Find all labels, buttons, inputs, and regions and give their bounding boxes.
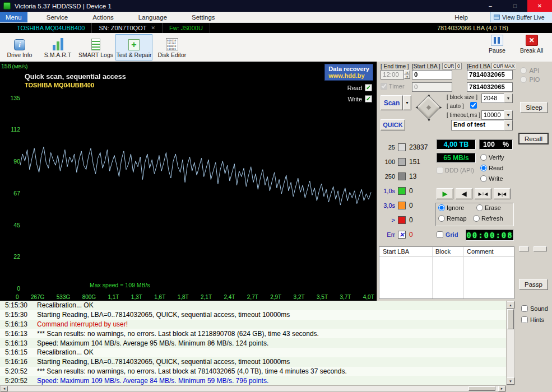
refresh-radio[interactable] xyxy=(473,215,480,222)
ddd-api-label: DDD (API) xyxy=(445,167,474,174)
log-row: 5:20:52Speed: Maximum 109 MB/s. Average … xyxy=(0,376,506,385)
pause-button[interactable]: Pause xyxy=(489,35,505,54)
hints-checkbox[interactable] xyxy=(521,316,528,323)
scroll-left-icon[interactable]: ◄ xyxy=(1,386,8,391)
toolbar-disk-editor[interactable]: 010110 101101 010010 110101 Disk Editor xyxy=(154,34,191,60)
close-button[interactable]: ✕ xyxy=(527,0,552,12)
play-button[interactable]: ▶ xyxy=(437,188,453,199)
read-checkbox[interactable]: ✓ xyxy=(365,84,372,91)
write-radio[interactable] xyxy=(480,175,487,182)
close-serial-icon[interactable]: ✕ xyxy=(151,25,155,31)
action-remap-row[interactable]: Remap xyxy=(438,215,467,222)
ddd-api-row[interactable]: DDD (API) xyxy=(437,167,474,174)
write-checkbox[interactable]: ✓ xyxy=(365,95,372,102)
remap-radio[interactable] xyxy=(438,215,445,222)
ignore-radio[interactable] xyxy=(438,204,445,211)
pio-radio[interactable] xyxy=(520,76,527,83)
sound-checkbox[interactable] xyxy=(521,305,528,312)
view-buffer-live-button[interactable]: View Buffer Live xyxy=(490,12,552,22)
grid-checkbox[interactable] xyxy=(437,231,443,238)
current-speed-display: 65 MB/s xyxy=(437,153,476,163)
maximize-button[interactable]: □ xyxy=(503,0,527,12)
log-list[interactable]: 5:15:30Recalibration... OK 5:15:30Starti… xyxy=(0,301,506,385)
spin-down-icon[interactable]: ▾ xyxy=(404,74,410,79)
dpad-right-icon[interactable]: ► xyxy=(439,105,443,109)
end-lba-input[interactable]: 7814032065 xyxy=(467,70,513,80)
read-radio[interactable] xyxy=(480,165,487,171)
menu-item-help[interactable]: Help xyxy=(451,12,471,22)
menu-item-service[interactable]: Service xyxy=(41,12,73,22)
toolbar-drive-info[interactable]: i Drive Info xyxy=(1,34,38,60)
device-model[interactable]: TOSHIBA MQ04UBB400 xyxy=(0,23,92,33)
app-icon xyxy=(3,2,11,10)
legend-row: 1,0s 0 xyxy=(377,185,413,197)
erase-radio[interactable] xyxy=(476,204,483,211)
remaining-lba-field: 7814032065 xyxy=(467,82,513,92)
action-refresh-row[interactable]: Refresh xyxy=(473,215,503,222)
vscroll-thumb[interactable] xyxy=(507,309,514,329)
break-all-button[interactable]: ✕ Break All xyxy=(520,35,543,54)
scan-dropdown-button[interactable]: ▼ xyxy=(403,95,411,110)
end-lba-max-button[interactable]: MAX xyxy=(503,63,516,69)
end-of-test-select[interactable]: End of test▼ xyxy=(451,120,513,130)
mode-read-row[interactable]: Read xyxy=(480,165,503,171)
spin-up-icon[interactable]: ▴ xyxy=(404,70,410,74)
end-time-spinner[interactable]: ▴ ▾ xyxy=(404,70,410,80)
defect-table[interactable]: Start LBA Block Comment xyxy=(379,246,514,299)
scroll-down-icon[interactable]: ▼ xyxy=(507,377,514,385)
timeout-select[interactable]: 10000▼ xyxy=(481,110,513,120)
auto-checkbox[interactable] xyxy=(470,102,477,109)
start-lba-input[interactable]: 0 xyxy=(412,70,452,80)
seek-question-button[interactable]: ▶?◀ xyxy=(475,188,491,199)
toolbar-smart[interactable]: S.M.A.R.T xyxy=(39,34,76,60)
toolbar-smart-logs[interactable]: SMART Logs xyxy=(77,34,114,60)
menu-item-actions[interactable]: Actions xyxy=(87,12,119,22)
dpad-control[interactable]: ▲ ▼ ◄ ► xyxy=(414,93,443,122)
menu-item-menu[interactable]: Menu xyxy=(0,12,27,22)
recall-button[interactable]: Recall xyxy=(518,133,549,144)
hscroll-thumb[interactable] xyxy=(468,386,495,391)
pio-row[interactable]: PIO xyxy=(520,74,540,84)
timer-checkbox[interactable] xyxy=(381,83,387,90)
window-title: Victoria 5.37 HDD/SSD | Device 1 xyxy=(15,3,112,10)
end-time-input[interactable]: 12:00 xyxy=(381,70,404,80)
start-lba-zero-button[interactable]: 0 xyxy=(456,63,462,69)
back-button[interactable]: ◀ xyxy=(456,188,472,199)
sound-row[interactable]: Sound xyxy=(521,305,548,312)
timer-input[interactable]: 0 xyxy=(412,82,452,92)
scan-button[interactable]: Scan xyxy=(381,95,403,110)
scroll-up-icon[interactable]: ▲ xyxy=(507,301,514,309)
dpad-up-icon[interactable]: ▲ xyxy=(427,93,431,97)
device-serial[interactable]: SN: Z0N7T0QOT ✕ xyxy=(92,23,163,33)
passp-button[interactable]: Passp xyxy=(519,279,548,290)
toolbar-test-repair[interactable]: + Test & Repair xyxy=(115,34,152,60)
passport-handle-2[interactable] xyxy=(534,246,547,251)
log-vscrollbar[interactable]: ▲ ▼ xyxy=(506,301,515,385)
ddd-api-checkbox[interactable] xyxy=(437,167,443,174)
log-row: 5:15:30Starting Reading, LBA=0..78140320… xyxy=(0,310,506,320)
mode-write-row[interactable]: Write xyxy=(480,175,503,182)
sleep-button[interactable]: Sleep xyxy=(520,102,548,113)
api-radio[interactable] xyxy=(520,67,527,74)
log-hscrollbar[interactable]: ◄ ► xyxy=(0,385,506,392)
verify-radio[interactable] xyxy=(480,154,487,161)
minimize-button[interactable]: – xyxy=(478,0,503,12)
timer-checkbox-row[interactable]: Timer xyxy=(381,83,405,90)
action-ignore-row[interactable]: Ignore xyxy=(438,204,464,211)
read-toggle[interactable]: Read ✓ xyxy=(347,84,372,91)
menu-item-settings[interactable]: Settings xyxy=(186,12,221,22)
menu-item-language[interactable]: Language xyxy=(133,12,173,22)
block-size-select[interactable]: 2048▼ xyxy=(481,94,513,103)
start-lba-cur-button[interactable]: CUR xyxy=(442,63,456,69)
seek-end-button[interactable]: ▶|◀ xyxy=(494,188,511,199)
dpad-left-icon[interactable]: ◄ xyxy=(415,105,419,109)
dpad-down-icon[interactable]: ▼ xyxy=(427,118,431,122)
hints-row[interactable]: Hints xyxy=(521,316,544,323)
toolbar-smart-logs-label: SMART Logs xyxy=(78,52,113,58)
scroll-right-icon[interactable]: ► xyxy=(498,386,505,391)
passport-handle[interactable] xyxy=(519,246,529,251)
mode-verify-row[interactable]: Verify xyxy=(480,154,504,161)
write-toggle[interactable]: Write ✓ xyxy=(348,95,372,102)
action-erase-row[interactable]: Erase xyxy=(476,204,501,211)
quick-button[interactable]: QUICK xyxy=(381,119,405,130)
